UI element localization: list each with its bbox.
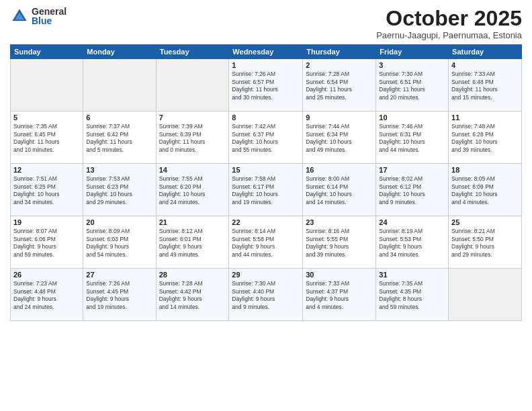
day-info: Sunrise: 7:37 AM Sunset: 6:42 PM Dayligh…: [86, 123, 152, 154]
day-info: Sunrise: 7:39 AM Sunset: 6:39 PM Dayligh…: [159, 123, 226, 154]
calendar-cell: 20Sunrise: 8:09 AM Sunset: 6:03 PM Dayli…: [83, 216, 156, 269]
day-info: Sunrise: 8:07 AM Sunset: 6:06 PM Dayligh…: [13, 228, 80, 259]
calendar-page: General Blue October 2025 Paernu-Jaagupi…: [0, 0, 532, 411]
logo-text: General Blue: [32, 7, 66, 26]
calendar-cell: 26Sunrise: 7:23 AM Sunset: 4:48 PM Dayli…: [11, 269, 83, 321]
day-number: 27: [86, 271, 152, 279]
day-info: Sunrise: 7:30 AM Sunset: 4:40 PM Dayligh…: [232, 280, 300, 311]
day-number: 11: [451, 113, 519, 122]
day-number: 22: [232, 218, 300, 226]
calendar-cell: 27Sunrise: 7:26 AM Sunset: 4:45 PM Dayli…: [83, 269, 156, 321]
logo-general: General: [32, 7, 66, 16]
calendar-week-3: 12Sunrise: 7:51 AM Sunset: 6:25 PM Dayli…: [11, 164, 522, 216]
day-info: Sunrise: 8:21 AM Sunset: 5:50 PM Dayligh…: [451, 228, 519, 259]
title-block: October 2025 Paernu-Jaagupi, Paernumaa, …: [376, 7, 522, 40]
day-number: 23: [306, 218, 373, 226]
day-header-sunday: Sunday: [11, 45, 83, 59]
day-info: Sunrise: 7:53 AM Sunset: 6:23 PM Dayligh…: [86, 175, 152, 206]
calendar-cell: 5Sunrise: 7:35 AM Sunset: 6:45 PM Daylig…: [11, 111, 83, 164]
calendar-cell: [156, 59, 229, 111]
calendar-cell: 31Sunrise: 7:35 AM Sunset: 4:35 PM Dayli…: [376, 269, 449, 321]
calendar-header-row: SundayMondayTuesdayWednesdayThursdayFrid…: [11, 45, 522, 59]
day-number: 14: [159, 166, 226, 174]
day-info: Sunrise: 8:09 AM Sunset: 6:03 PM Dayligh…: [86, 228, 152, 259]
day-info: Sunrise: 7:33 AM Sunset: 4:37 PM Dayligh…: [306, 280, 373, 311]
day-info: Sunrise: 8:16 AM Sunset: 5:55 PM Dayligh…: [306, 228, 373, 259]
day-info: Sunrise: 7:46 AM Sunset: 6:31 PM Dayligh…: [379, 123, 445, 154]
calendar-cell: 28Sunrise: 7:28 AM Sunset: 4:42 PM Dayli…: [156, 269, 229, 321]
day-number: 31: [379, 271, 445, 279]
day-number: 4: [451, 61, 519, 69]
day-number: 19: [13, 218, 80, 226]
calendar-cell: 17Sunrise: 8:02 AM Sunset: 6:12 PM Dayli…: [376, 164, 449, 216]
calendar-cell: 11Sunrise: 7:48 AM Sunset: 6:28 PM Dayli…: [449, 111, 522, 164]
day-info: Sunrise: 8:14 AM Sunset: 5:58 PM Dayligh…: [232, 228, 300, 259]
calendar-cell: [83, 59, 156, 111]
day-info: Sunrise: 7:35 AM Sunset: 6:45 PM Dayligh…: [13, 123, 80, 154]
calendar-cell: 1Sunrise: 7:26 AM Sunset: 6:57 PM Daylig…: [229, 59, 303, 111]
day-header-thursday: Thursday: [303, 45, 376, 59]
day-number: 13: [86, 166, 152, 174]
day-number: 30: [306, 271, 373, 279]
calendar-cell: 23Sunrise: 8:16 AM Sunset: 5:55 PM Dayli…: [303, 216, 376, 269]
calendar-cell: 13Sunrise: 7:53 AM Sunset: 6:23 PM Dayli…: [83, 164, 156, 216]
calendar-cell: 2Sunrise: 7:28 AM Sunset: 6:54 PM Daylig…: [303, 59, 376, 111]
day-header-friday: Friday: [376, 45, 449, 59]
day-header-wednesday: Wednesday: [229, 45, 303, 59]
day-number: 6: [86, 113, 152, 122]
day-number: 24: [379, 218, 445, 226]
logo: General Blue: [10, 7, 66, 26]
day-number: 16: [306, 166, 373, 174]
day-info: Sunrise: 8:05 AM Sunset: 6:09 PM Dayligh…: [451, 175, 519, 206]
day-info: Sunrise: 8:00 AM Sunset: 6:14 PM Dayligh…: [306, 175, 373, 206]
calendar-cell: 10Sunrise: 7:46 AM Sunset: 6:31 PM Dayli…: [376, 111, 449, 164]
month-title: October 2025: [376, 7, 522, 30]
calendar-week-1: 1Sunrise: 7:26 AM Sunset: 6:57 PM Daylig…: [11, 59, 522, 111]
day-number: 10: [379, 113, 445, 122]
calendar-cell: 15Sunrise: 7:58 AM Sunset: 6:17 PM Dayli…: [229, 164, 303, 216]
calendar-cell: 9Sunrise: 7:44 AM Sunset: 6:34 PM Daylig…: [303, 111, 376, 164]
calendar-week-5: 26Sunrise: 7:23 AM Sunset: 4:48 PM Dayli…: [11, 269, 522, 321]
calendar-week-4: 19Sunrise: 8:07 AM Sunset: 6:06 PM Dayli…: [11, 216, 522, 269]
day-info: Sunrise: 7:55 AM Sunset: 6:20 PM Dayligh…: [159, 175, 226, 206]
day-number: 3: [379, 61, 445, 69]
day-info: Sunrise: 8:19 AM Sunset: 5:53 PM Dayligh…: [379, 228, 445, 259]
day-number: 28: [159, 271, 226, 279]
calendar-cell: 25Sunrise: 8:21 AM Sunset: 5:50 PM Dayli…: [449, 216, 522, 269]
day-number: 20: [86, 218, 152, 226]
calendar-cell: 29Sunrise: 7:30 AM Sunset: 4:40 PM Dayli…: [229, 269, 303, 321]
day-info: Sunrise: 7:23 AM Sunset: 4:48 PM Dayligh…: [13, 280, 80, 311]
logo-blue: Blue: [32, 16, 66, 26]
day-number: 17: [379, 166, 445, 174]
day-number: 18: [451, 166, 519, 174]
day-header-saturday: Saturday: [449, 45, 522, 59]
day-info: Sunrise: 7:48 AM Sunset: 6:28 PM Dayligh…: [451, 123, 519, 154]
day-info: Sunrise: 7:58 AM Sunset: 6:17 PM Dayligh…: [232, 175, 300, 206]
day-info: Sunrise: 8:02 AM Sunset: 6:12 PM Dayligh…: [379, 175, 445, 206]
day-info: Sunrise: 8:12 AM Sunset: 6:01 PM Dayligh…: [159, 228, 226, 259]
day-info: Sunrise: 7:44 AM Sunset: 6:34 PM Dayligh…: [306, 123, 373, 154]
calendar-cell: 8Sunrise: 7:42 AM Sunset: 6:37 PM Daylig…: [229, 111, 303, 164]
day-number: 12: [13, 166, 80, 174]
calendar-cell: 7Sunrise: 7:39 AM Sunset: 6:39 PM Daylig…: [156, 111, 229, 164]
calendar-cell: 30Sunrise: 7:33 AM Sunset: 4:37 PM Dayli…: [303, 269, 376, 321]
calendar-cell: 22Sunrise: 8:14 AM Sunset: 5:58 PM Dayli…: [229, 216, 303, 269]
day-number: 7: [159, 113, 226, 122]
day-info: Sunrise: 7:28 AM Sunset: 6:54 PM Dayligh…: [306, 71, 373, 101]
day-info: Sunrise: 7:26 AM Sunset: 4:45 PM Dayligh…: [86, 280, 152, 311]
day-info: Sunrise: 7:28 AM Sunset: 4:42 PM Dayligh…: [159, 280, 226, 311]
day-info: Sunrise: 7:35 AM Sunset: 4:35 PM Dayligh…: [379, 280, 445, 311]
day-number: 8: [232, 113, 300, 122]
day-number: 5: [13, 113, 80, 122]
calendar-cell: 19Sunrise: 8:07 AM Sunset: 6:06 PM Dayli…: [11, 216, 83, 269]
day-number: 9: [306, 113, 373, 122]
day-header-monday: Monday: [83, 45, 156, 59]
calendar-cell: 6Sunrise: 7:37 AM Sunset: 6:42 PM Daylig…: [83, 111, 156, 164]
day-info: Sunrise: 7:51 AM Sunset: 6:25 PM Dayligh…: [13, 175, 80, 206]
day-info: Sunrise: 7:26 AM Sunset: 6:57 PM Dayligh…: [232, 71, 300, 101]
calendar-cell: 18Sunrise: 8:05 AM Sunset: 6:09 PM Dayli…: [449, 164, 522, 216]
day-number: 29: [232, 271, 300, 279]
day-number: 2: [306, 61, 373, 69]
day-number: 26: [13, 271, 80, 279]
day-info: Sunrise: 7:30 AM Sunset: 6:51 PM Dayligh…: [379, 71, 445, 101]
